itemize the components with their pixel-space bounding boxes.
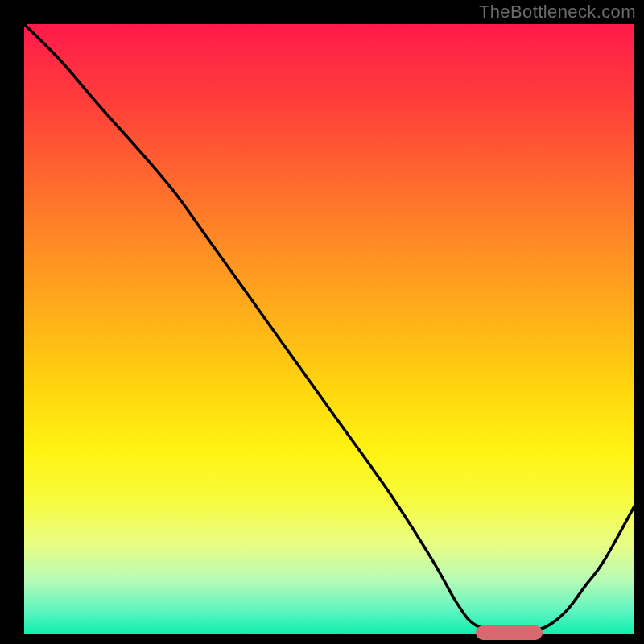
plot-area — [24, 24, 634, 634]
watermark-text: TheBottleneck.com — [479, 2, 636, 23]
curve-svg — [24, 24, 634, 634]
bottleneck-curve — [24, 24, 634, 632]
chart-frame: TheBottleneck.com — [0, 0, 644, 644]
highlight-marker — [476, 625, 543, 640]
